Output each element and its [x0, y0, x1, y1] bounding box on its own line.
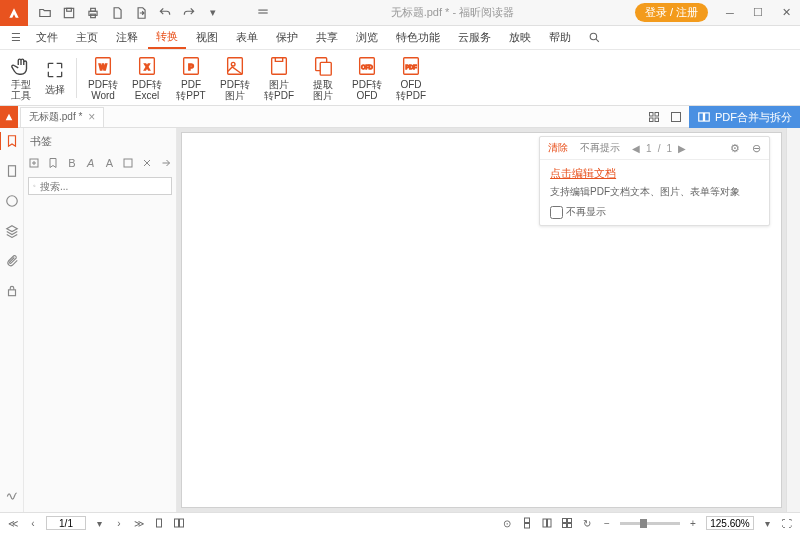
facing-pages-icon[interactable] [172, 516, 186, 530]
pages-icon[interactable] [3, 162, 21, 180]
color-icon[interactable] [122, 155, 135, 171]
menu-convert[interactable]: 转换 [148, 26, 186, 49]
file-tab[interactable]: 无标题.pdf * × [20, 107, 104, 127]
security-icon[interactable] [3, 282, 21, 300]
login-button[interactable]: 登录 / 注册 [635, 3, 708, 22]
menu-browse[interactable]: 浏览 [348, 27, 386, 48]
select-tool-button[interactable]: 选择 [40, 52, 70, 104]
view-mode2-icon[interactable] [560, 516, 574, 530]
menu-view[interactable]: 视图 [188, 27, 226, 48]
pdf-to-excel-button[interactable]: X PDF转 Excel [127, 52, 167, 104]
edit-tip-box: 点击编辑文档 支持编辑PDF文档文本、图片、表单等对象 不再显示 [540, 159, 769, 225]
delete-icon[interactable] [141, 155, 154, 171]
expand-icon[interactable] [28, 155, 41, 171]
menu-home[interactable]: 主页 [68, 27, 106, 48]
close-button[interactable]: ✕ [772, 0, 800, 26]
zoom-in-icon[interactable]: + [686, 516, 700, 530]
menu-features[interactable]: 特色功能 [388, 27, 448, 48]
list-view-icon[interactable] [667, 108, 685, 126]
zoom-out-icon[interactable]: − [600, 516, 614, 530]
menu-icon[interactable]: ☰ [6, 31, 26, 44]
page-input[interactable] [46, 516, 86, 530]
page-current: 1 [646, 143, 652, 154]
pdf-to-image-button[interactable]: PDF转 图片 [215, 52, 255, 104]
pdf-to-ofd-button[interactable]: OFD PDF转 OFD [347, 52, 387, 104]
pdf-to-word-button[interactable]: W PDF转 Word [83, 52, 123, 104]
page-dropdown-icon[interactable]: ▾ [92, 516, 106, 530]
new-icon[interactable] [110, 6, 124, 20]
add-bookmark-icon[interactable] [47, 155, 60, 171]
hand-tool-button[interactable]: 手型 工具 [6, 52, 36, 104]
rotate-icon[interactable]: ↻ [580, 516, 594, 530]
close-tab-icon[interactable]: × [88, 110, 95, 124]
zoom-slider-handle[interactable] [640, 519, 647, 528]
next-page-icon[interactable]: ▶ [678, 143, 686, 154]
comments-icon[interactable] [3, 192, 21, 210]
menu-file[interactable]: 文件 [28, 27, 66, 48]
no-hint-link[interactable]: 不再提示 [580, 141, 620, 155]
ribbon-label: OFD 转PDF [396, 79, 426, 101]
ribbon-label: 提取 图片 [313, 79, 333, 101]
export-bookmarks-icon[interactable] [159, 155, 172, 171]
menu-share[interactable]: 共享 [308, 27, 346, 48]
clear-link[interactable]: 清除 [548, 141, 568, 155]
open-icon[interactable] [38, 6, 52, 20]
menu-cloud[interactable]: 云服务 [450, 27, 499, 48]
redo-icon[interactable] [182, 6, 196, 20]
ofd-to-pdf-button[interactable]: PDF OFD 转PDF [391, 52, 431, 104]
panel-toolbar: B A A [28, 155, 172, 171]
merge-split-banner[interactable]: PDF合并与拆分 [689, 106, 800, 128]
svg-rect-19 [320, 62, 331, 75]
first-page-icon[interactable]: ≪ [6, 516, 20, 530]
continuous-icon[interactable] [520, 516, 534, 530]
svg-rect-22 [404, 57, 419, 74]
gear-icon[interactable]: ⚙ [730, 142, 740, 155]
menu-present[interactable]: 放映 [501, 27, 539, 48]
dont-show-check[interactable]: 不再显示 [550, 205, 759, 219]
grid-view-icon[interactable] [645, 108, 663, 126]
attachments-icon[interactable] [3, 252, 21, 270]
extract-images-button[interactable]: 提取 图片 [303, 52, 343, 104]
prev-page-icon[interactable]: ◀ [632, 143, 640, 154]
undo-icon[interactable] [158, 6, 172, 20]
layers-icon[interactable] [3, 222, 21, 240]
save-icon[interactable] [62, 6, 76, 20]
svg-rect-37 [124, 159, 132, 167]
prev-page-icon[interactable]: ‹ [26, 516, 40, 530]
right-scrollbar[interactable] [786, 128, 800, 512]
dropdown-icon[interactable] [256, 6, 270, 20]
print-icon[interactable] [86, 6, 100, 20]
italic-icon[interactable]: A [84, 155, 97, 171]
signature-icon[interactable] [3, 484, 21, 502]
menu-form[interactable]: 表单 [228, 27, 266, 48]
maximize-button[interactable]: ☐ [744, 0, 772, 26]
zoom-input[interactable] [706, 516, 754, 530]
zoom-dropdown-icon[interactable]: ▾ [760, 516, 774, 530]
bookmark-search[interactable] [28, 177, 172, 195]
single-page-icon[interactable] [152, 516, 166, 530]
svg-point-7 [590, 33, 597, 40]
fullscreen-icon[interactable]: ⛶ [780, 516, 794, 530]
search-icon[interactable] [585, 31, 603, 44]
last-page-icon[interactable]: ≫ [132, 516, 146, 530]
bold-icon[interactable]: B [66, 155, 79, 171]
edit-doc-link[interactable]: 点击编辑文档 [550, 166, 759, 181]
chevron-down-icon[interactable]: ▾ [206, 6, 220, 20]
menu-protect[interactable]: 保护 [268, 27, 306, 48]
menu-help[interactable]: 帮助 [541, 27, 579, 48]
dont-show-checkbox[interactable] [550, 206, 563, 219]
tab-accent-icon[interactable] [0, 106, 18, 128]
fit-width-icon[interactable]: ⊙ [500, 516, 514, 530]
next-page-icon[interactable]: › [112, 516, 126, 530]
pdf-to-ppt-button[interactable]: P PDF 转PPT [171, 52, 211, 104]
image-to-pdf-button[interactable]: 图片 转PDF [259, 52, 299, 104]
menu-annotate[interactable]: 注释 [108, 27, 146, 48]
minimize-button[interactable]: ─ [716, 0, 744, 26]
export-icon[interactable] [134, 6, 148, 20]
bookmarks-icon[interactable] [0, 132, 23, 150]
font-icon[interactable]: A [103, 155, 116, 171]
view-mode-icon[interactable] [540, 516, 554, 530]
zoom-slider[interactable] [620, 522, 680, 525]
search-input[interactable] [40, 181, 167, 192]
minimize-tip-icon[interactable]: ⊖ [752, 142, 761, 155]
